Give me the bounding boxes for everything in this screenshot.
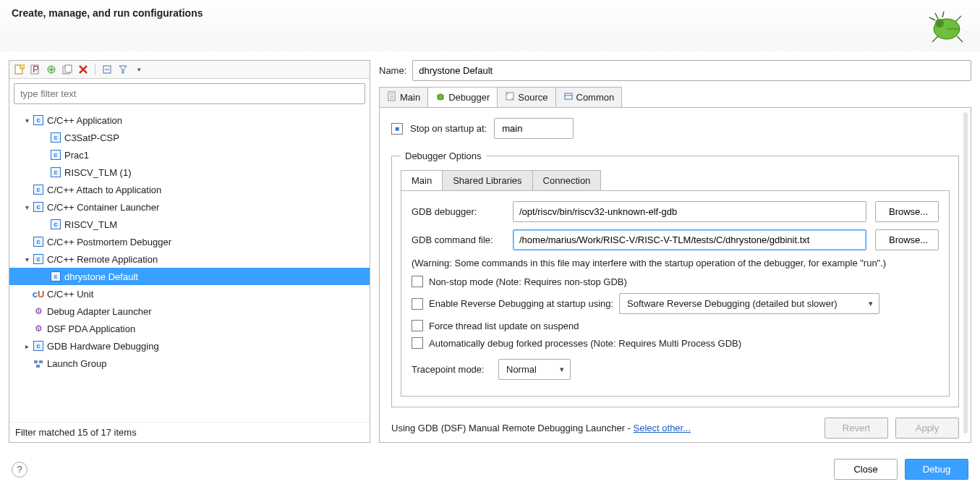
- tab-source[interactable]: Source: [498, 88, 555, 107]
- select-other-link[interactable]: Select other...: [634, 423, 691, 433]
- tree-item[interactable]: cC/C++ Attach to Application: [9, 181, 370, 198]
- config-type-icon: c: [33, 236, 44, 247]
- svg-rect-18: [34, 360, 38, 363]
- config-tree[interactable]: ▾cC/C++ ApplicationcC3SatP-CSPcPrac1cRIS…: [9, 109, 370, 422]
- toolbar-separator: [95, 64, 95, 75]
- expand-icon[interactable]: ▸: [21, 342, 33, 350]
- tracepoint-select[interactable]: Normal: [498, 359, 571, 380]
- tab-label: Main: [400, 92, 420, 103]
- svg-line-7: [935, 13, 938, 19]
- svg-point-31: [507, 93, 508, 95]
- tree-item-label: Launch Group: [47, 358, 106, 369]
- tab-debugger[interactable]: Debugger: [428, 88, 498, 107]
- tree-item[interactable]: ⚙DSF PDA Application: [9, 320, 370, 337]
- debug-button[interactable]: Debug: [905, 459, 968, 480]
- tree-item-label: RISCV_TLM: [64, 219, 117, 230]
- config-type-icon: c: [33, 114, 44, 126]
- config-type-icon: c: [50, 271, 61, 282]
- config-type-icon: c: [50, 132, 61, 143]
- filter-dropdown-icon[interactable]: ▾: [133, 64, 145, 75]
- export-icon[interactable]: [46, 64, 57, 75]
- auto-fork-checkbox[interactable]: [412, 337, 423, 349]
- svg-rect-15: [65, 65, 72, 72]
- tree-item[interactable]: cRISCV_TLM: [9, 216, 370, 233]
- svg-line-6: [957, 36, 963, 42]
- svg-point-32: [511, 98, 513, 99]
- tab-common[interactable]: Common: [556, 88, 622, 107]
- revert-button[interactable]: Revert: [825, 418, 888, 439]
- tree-item[interactable]: cRISCV_TLM (1): [9, 164, 370, 181]
- tree-item[interactable]: ⚙Debug Adapter Launcher: [9, 302, 370, 320]
- tree-item[interactable]: cC/C++ Postmortem Debugger: [9, 233, 370, 250]
- gdb-command-file-input[interactable]: [513, 229, 866, 250]
- bug-icon: [435, 91, 446, 103]
- nonstop-checkbox[interactable]: [412, 276, 423, 287]
- editor-tabs: MainDebuggerSourceCommon: [379, 87, 622, 107]
- config-type-icon: c: [33, 253, 44, 265]
- config-type-icon: cU: [33, 288, 44, 300]
- tree-item[interactable]: ▾cC/C++ Remote Application: [9, 250, 370, 268]
- tree-item[interactable]: ▸cGDB Hardware Debugging: [9, 337, 370, 355]
- force-thread-checkbox[interactable]: [412, 320, 423, 331]
- tab-label: Debugger: [448, 92, 490, 103]
- tree-item-label: dhrystone Default: [64, 271, 138, 282]
- subtab-connection[interactable]: Connection: [533, 171, 601, 190]
- tree-item-label: DSF PDA Application: [47, 323, 135, 334]
- tree-item[interactable]: ▾cC/C++ Application: [9, 111, 370, 129]
- config-type-icon: c: [33, 201, 44, 213]
- svg-text:P: P: [33, 64, 39, 75]
- tree-item[interactable]: cPrac1: [9, 146, 370, 164]
- tree-item-label: C/C++ Attach to Application: [47, 185, 161, 195]
- new-prototype-icon[interactable]: P: [30, 64, 41, 75]
- config-type-icon: c: [33, 184, 44, 195]
- filter-input[interactable]: [14, 83, 365, 104]
- svg-line-3: [929, 17, 935, 20]
- stop-on-startup-checkbox[interactable]: [391, 123, 403, 135]
- svg-rect-33: [565, 93, 572, 99]
- auto-fork-label: Automatically debug forked processes (No…: [429, 338, 741, 349]
- scrollbar[interactable]: [963, 112, 968, 433]
- svg-line-8: [942, 12, 944, 17]
- config-type-icon: ⚙: [33, 323, 44, 334]
- name-input[interactable]: [412, 60, 971, 81]
- tree-item[interactable]: Launch Group: [9, 355, 370, 372]
- expand-icon[interactable]: ▾: [21, 255, 33, 263]
- tree-item[interactable]: ▾cC/C++ Container Launcher: [9, 198, 370, 216]
- config-toolbar: P ▾: [9, 61, 370, 79]
- tree-item-label: Prac1: [64, 150, 89, 161]
- stop-on-startup-input[interactable]: [494, 118, 574, 139]
- common-icon: [563, 91, 574, 103]
- filter-icon[interactable]: [117, 64, 129, 75]
- duplicate-icon[interactable]: [61, 64, 73, 75]
- gdb-debugger-browse-button[interactable]: Browse...: [875, 201, 939, 222]
- tree-item[interactable]: cUC/C++ Unit: [9, 285, 370, 302]
- expand-icon[interactable]: ▾: [21, 117, 33, 124]
- apply-button[interactable]: Apply: [895, 418, 959, 439]
- tree-item-label: C/C++ Remote Application: [47, 254, 158, 265]
- gdb-command-file-browse-button[interactable]: Browse...: [875, 229, 939, 250]
- subtab-shared-libraries[interactable]: Shared Libraries: [443, 171, 532, 190]
- gdb-command-file-label: GDB command file:: [412, 234, 504, 245]
- delete-icon[interactable]: [77, 64, 89, 75]
- gdb-debugger-input[interactable]: [513, 201, 866, 222]
- collapse-all-icon[interactable]: [101, 64, 113, 75]
- reverse-checkbox[interactable]: [412, 298, 423, 310]
- new-config-icon[interactable]: [14, 64, 25, 75]
- config-type-icon: c: [33, 340, 44, 352]
- nonstop-label: Non-stop mode (Note: Requires non-stop G…: [429, 276, 627, 287]
- tree-item[interactable]: cC3SatP-CSP: [9, 129, 370, 146]
- tracepoint-label: Tracepoint mode:: [412, 364, 493, 375]
- src-icon: [505, 91, 515, 103]
- reverse-label: Enable Reverse Debugging at startup usin…: [429, 298, 613, 309]
- debugger-options-legend: Debugger Options: [401, 151, 486, 161]
- subtab-main[interactable]: Main: [401, 171, 443, 190]
- launcher-text: Using GDB (DSF) Manual Remote Debugging …: [391, 423, 691, 433]
- reverse-mode-select[interactable]: Software Reverse Debugging (detailed but…: [619, 293, 879, 314]
- tab-main[interactable]: Main: [380, 88, 428, 107]
- help-icon[interactable]: ?: [12, 462, 27, 478]
- expand-icon[interactable]: ▾: [21, 203, 33, 211]
- tree-item[interactable]: cdhrystone Default: [9, 268, 370, 285]
- svg-rect-20: [36, 365, 40, 368]
- force-thread-label: Force thread list update on suspend: [429, 321, 579, 331]
- close-button[interactable]: Close: [834, 459, 898, 480]
